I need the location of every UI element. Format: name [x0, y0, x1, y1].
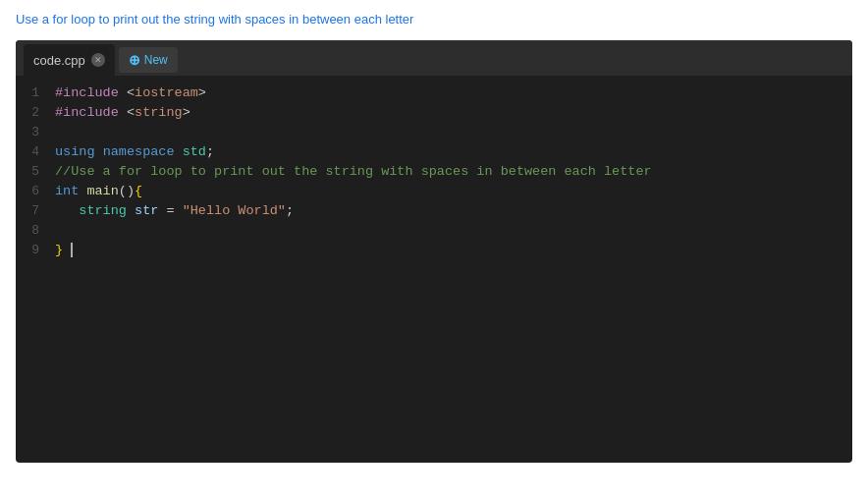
code-line-5: 5 //Use a for loop to print out the stri… — [16, 162, 852, 182]
editor-wrapper: code.cpp ✕ ⊕ New 1 #include <iostream> 2… — [16, 40, 852, 463]
line-number-8: 8 — [16, 221, 55, 241]
code-line-6: 6 int main(){ — [16, 182, 852, 201]
code-line-2: 2 #include <string> — [16, 103, 852, 123]
line-content-7: string str = "Hello World"; — [55, 201, 852, 221]
line-number-3: 3 — [16, 123, 55, 142]
line-number-9: 9 — [16, 241, 55, 260]
line-content-9: } — [55, 241, 852, 260]
tab-new-label: New — [144, 53, 168, 67]
tab-new[interactable]: ⊕ New — [119, 47, 178, 73]
code-line-1: 1 #include <iostream> — [16, 83, 852, 103]
code-line-3: 3 — [16, 123, 852, 142]
tab-close-button[interactable]: ✕ — [91, 53, 105, 67]
line-number-6: 6 — [16, 182, 55, 201]
line-number-4: 4 — [16, 142, 55, 162]
line-number-5: 5 — [16, 162, 55, 182]
tab-bar: code.cpp ✕ ⊕ New — [16, 40, 852, 76]
tab-code-cpp[interactable]: code.cpp ✕ — [24, 44, 115, 76]
instruction-text: Use a for loop to print out the string w… — [16, 12, 852, 27]
code-line-8: 8 — [16, 221, 852, 241]
line-content-1: #include <iostream> — [55, 83, 852, 103]
close-icon: ✕ — [94, 55, 102, 65]
page-container: Use a for loop to print out the string w… — [0, 0, 868, 499]
line-content-2: #include <string> — [55, 103, 852, 123]
line-number-7: 7 — [16, 201, 55, 221]
code-line-9: 9 } — [16, 241, 852, 260]
line-number-1: 1 — [16, 83, 55, 103]
line-content-5: //Use a for loop to print out the string… — [55, 162, 852, 182]
code-line-7: 7 string str = "Hello World"; — [16, 201, 852, 221]
code-line-4: 4 using namespace std; — [16, 142, 852, 162]
code-area[interactable]: 1 #include <iostream> 2 #include <string… — [16, 76, 852, 268]
line-content-4: using namespace std; — [55, 142, 852, 162]
line-number-2: 2 — [16, 103, 55, 123]
tab-code-cpp-label: code.cpp — [33, 53, 85, 68]
line-content-6: int main(){ — [55, 182, 852, 201]
plus-icon: ⊕ — [129, 52, 140, 68]
